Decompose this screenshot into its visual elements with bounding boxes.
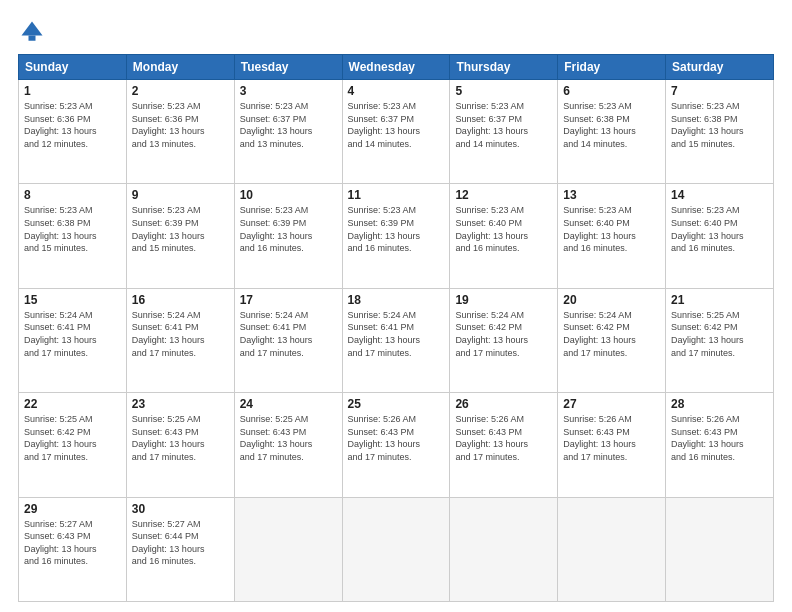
day-detail: Sunrise: 5:23 AMSunset: 6:40 PMDaylight:… — [563, 204, 660, 254]
day-number: 9 — [132, 188, 229, 202]
calendar-cell — [666, 497, 774, 601]
day-detail: Sunrise: 5:26 AMSunset: 6:43 PMDaylight:… — [455, 413, 552, 463]
calendar-cell: 25 Sunrise: 5:26 AMSunset: 6:43 PMDaylig… — [342, 393, 450, 497]
calendar-cell: 5 Sunrise: 5:23 AMSunset: 6:37 PMDayligh… — [450, 80, 558, 184]
svg-rect-1 — [29, 36, 36, 41]
day-number: 2 — [132, 84, 229, 98]
calendar-cell: 12 Sunrise: 5:23 AMSunset: 6:40 PMDaylig… — [450, 184, 558, 288]
calendar-cell: 18 Sunrise: 5:24 AMSunset: 6:41 PMDaylig… — [342, 288, 450, 392]
day-detail: Sunrise: 5:24 AMSunset: 6:42 PMDaylight:… — [455, 309, 552, 359]
calendar-header-wednesday: Wednesday — [342, 55, 450, 80]
day-number: 15 — [24, 293, 121, 307]
calendar-header-tuesday: Tuesday — [234, 55, 342, 80]
day-detail: Sunrise: 5:23 AMSunset: 6:37 PMDaylight:… — [348, 100, 445, 150]
logo-icon — [18, 18, 46, 46]
day-number: 29 — [24, 502, 121, 516]
calendar-header-monday: Monday — [126, 55, 234, 80]
day-detail: Sunrise: 5:24 AMSunset: 6:41 PMDaylight:… — [348, 309, 445, 359]
day-detail: Sunrise: 5:23 AMSunset: 6:37 PMDaylight:… — [240, 100, 337, 150]
day-number: 3 — [240, 84, 337, 98]
day-detail: Sunrise: 5:23 AMSunset: 6:37 PMDaylight:… — [455, 100, 552, 150]
day-number: 28 — [671, 397, 768, 411]
day-detail: Sunrise: 5:25 AMSunset: 6:42 PMDaylight:… — [671, 309, 768, 359]
calendar-cell: 26 Sunrise: 5:26 AMSunset: 6:43 PMDaylig… — [450, 393, 558, 497]
day-detail: Sunrise: 5:23 AMSunset: 6:40 PMDaylight:… — [455, 204, 552, 254]
day-number: 26 — [455, 397, 552, 411]
day-detail: Sunrise: 5:27 AMSunset: 6:44 PMDaylight:… — [132, 518, 229, 568]
calendar-cell: 6 Sunrise: 5:23 AMSunset: 6:38 PMDayligh… — [558, 80, 666, 184]
day-detail: Sunrise: 5:27 AMSunset: 6:43 PMDaylight:… — [24, 518, 121, 568]
calendar-cell: 9 Sunrise: 5:23 AMSunset: 6:39 PMDayligh… — [126, 184, 234, 288]
day-number: 21 — [671, 293, 768, 307]
calendar-week-3: 15 Sunrise: 5:24 AMSunset: 6:41 PMDaylig… — [19, 288, 774, 392]
calendar-cell — [342, 497, 450, 601]
day-number: 7 — [671, 84, 768, 98]
calendar-cell: 23 Sunrise: 5:25 AMSunset: 6:43 PMDaylig… — [126, 393, 234, 497]
calendar-cell: 15 Sunrise: 5:24 AMSunset: 6:41 PMDaylig… — [19, 288, 127, 392]
calendar-cell — [558, 497, 666, 601]
day-number: 4 — [348, 84, 445, 98]
day-detail: Sunrise: 5:23 AMSunset: 6:38 PMDaylight:… — [24, 204, 121, 254]
day-detail: Sunrise: 5:23 AMSunset: 6:39 PMDaylight:… — [240, 204, 337, 254]
calendar-cell: 2 Sunrise: 5:23 AMSunset: 6:36 PMDayligh… — [126, 80, 234, 184]
day-number: 10 — [240, 188, 337, 202]
day-number: 22 — [24, 397, 121, 411]
calendar-cell: 17 Sunrise: 5:24 AMSunset: 6:41 PMDaylig… — [234, 288, 342, 392]
day-number: 13 — [563, 188, 660, 202]
day-number: 18 — [348, 293, 445, 307]
calendar-cell: 7 Sunrise: 5:23 AMSunset: 6:38 PMDayligh… — [666, 80, 774, 184]
calendar-cell: 3 Sunrise: 5:23 AMSunset: 6:37 PMDayligh… — [234, 80, 342, 184]
header — [18, 18, 774, 46]
calendar-week-1: 1 Sunrise: 5:23 AMSunset: 6:36 PMDayligh… — [19, 80, 774, 184]
day-number: 6 — [563, 84, 660, 98]
day-number: 19 — [455, 293, 552, 307]
day-detail: Sunrise: 5:24 AMSunset: 6:42 PMDaylight:… — [563, 309, 660, 359]
calendar-header-sunday: Sunday — [19, 55, 127, 80]
day-detail: Sunrise: 5:23 AMSunset: 6:38 PMDaylight:… — [563, 100, 660, 150]
day-detail: Sunrise: 5:24 AMSunset: 6:41 PMDaylight:… — [132, 309, 229, 359]
calendar-cell: 24 Sunrise: 5:25 AMSunset: 6:43 PMDaylig… — [234, 393, 342, 497]
day-detail: Sunrise: 5:23 AMSunset: 6:39 PMDaylight:… — [348, 204, 445, 254]
calendar-cell: 11 Sunrise: 5:23 AMSunset: 6:39 PMDaylig… — [342, 184, 450, 288]
calendar-cell: 1 Sunrise: 5:23 AMSunset: 6:36 PMDayligh… — [19, 80, 127, 184]
day-number: 1 — [24, 84, 121, 98]
day-detail: Sunrise: 5:26 AMSunset: 6:43 PMDaylight:… — [563, 413, 660, 463]
day-detail: Sunrise: 5:23 AMSunset: 6:39 PMDaylight:… — [132, 204, 229, 254]
calendar-header-row: SundayMondayTuesdayWednesdayThursdayFrid… — [19, 55, 774, 80]
calendar-cell: 20 Sunrise: 5:24 AMSunset: 6:42 PMDaylig… — [558, 288, 666, 392]
day-detail: Sunrise: 5:23 AMSunset: 6:40 PMDaylight:… — [671, 204, 768, 254]
calendar-week-4: 22 Sunrise: 5:25 AMSunset: 6:42 PMDaylig… — [19, 393, 774, 497]
day-number: 12 — [455, 188, 552, 202]
calendar-cell: 8 Sunrise: 5:23 AMSunset: 6:38 PMDayligh… — [19, 184, 127, 288]
day-detail: Sunrise: 5:23 AMSunset: 6:38 PMDaylight:… — [671, 100, 768, 150]
day-number: 30 — [132, 502, 229, 516]
day-number: 8 — [24, 188, 121, 202]
day-number: 14 — [671, 188, 768, 202]
day-detail: Sunrise: 5:26 AMSunset: 6:43 PMDaylight:… — [348, 413, 445, 463]
day-number: 24 — [240, 397, 337, 411]
day-number: 17 — [240, 293, 337, 307]
calendar-cell: 14 Sunrise: 5:23 AMSunset: 6:40 PMDaylig… — [666, 184, 774, 288]
calendar-week-2: 8 Sunrise: 5:23 AMSunset: 6:38 PMDayligh… — [19, 184, 774, 288]
calendar-cell: 13 Sunrise: 5:23 AMSunset: 6:40 PMDaylig… — [558, 184, 666, 288]
day-detail: Sunrise: 5:23 AMSunset: 6:36 PMDaylight:… — [24, 100, 121, 150]
day-number: 23 — [132, 397, 229, 411]
day-number: 16 — [132, 293, 229, 307]
day-detail: Sunrise: 5:26 AMSunset: 6:43 PMDaylight:… — [671, 413, 768, 463]
day-detail: Sunrise: 5:23 AMSunset: 6:36 PMDaylight:… — [132, 100, 229, 150]
svg-marker-0 — [22, 22, 43, 36]
calendar-cell: 27 Sunrise: 5:26 AMSunset: 6:43 PMDaylig… — [558, 393, 666, 497]
calendar-cell: 21 Sunrise: 5:25 AMSunset: 6:42 PMDaylig… — [666, 288, 774, 392]
calendar-cell: 29 Sunrise: 5:27 AMSunset: 6:43 PMDaylig… — [19, 497, 127, 601]
calendar-cell — [450, 497, 558, 601]
day-detail: Sunrise: 5:25 AMSunset: 6:43 PMDaylight:… — [132, 413, 229, 463]
calendar-week-5: 29 Sunrise: 5:27 AMSunset: 6:43 PMDaylig… — [19, 497, 774, 601]
logo — [18, 18, 50, 46]
day-detail: Sunrise: 5:25 AMSunset: 6:42 PMDaylight:… — [24, 413, 121, 463]
calendar-cell: 22 Sunrise: 5:25 AMSunset: 6:42 PMDaylig… — [19, 393, 127, 497]
day-number: 5 — [455, 84, 552, 98]
calendar-cell: 19 Sunrise: 5:24 AMSunset: 6:42 PMDaylig… — [450, 288, 558, 392]
calendar-cell: 30 Sunrise: 5:27 AMSunset: 6:44 PMDaylig… — [126, 497, 234, 601]
day-detail: Sunrise: 5:24 AMSunset: 6:41 PMDaylight:… — [24, 309, 121, 359]
calendar-cell — [234, 497, 342, 601]
